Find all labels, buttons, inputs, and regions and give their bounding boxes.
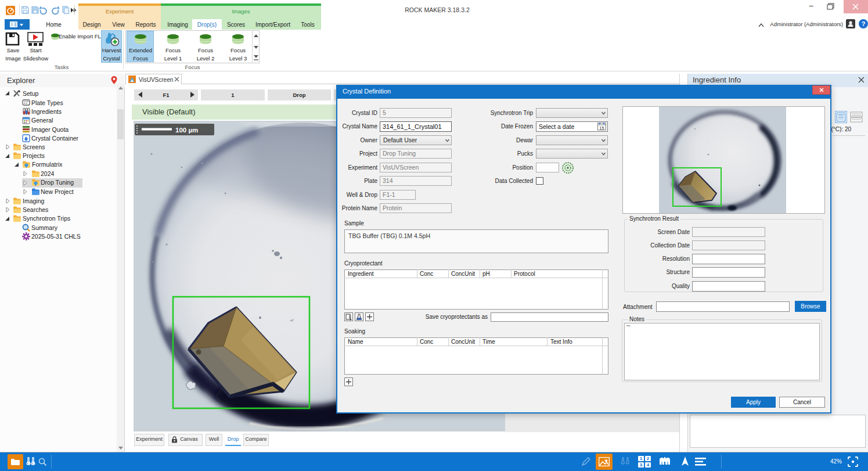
svg-text:4: 4 bbox=[647, 462, 650, 468]
svg-text:100 µm: 100 µm bbox=[175, 127, 198, 134]
svg-text:1: 1 bbox=[640, 456, 643, 461]
svg-text:15: 15 bbox=[600, 126, 604, 130]
svg-text:?: ? bbox=[862, 20, 866, 27]
svg-text:2: 2 bbox=[647, 456, 650, 461]
svg-text:3: 3 bbox=[640, 462, 643, 468]
